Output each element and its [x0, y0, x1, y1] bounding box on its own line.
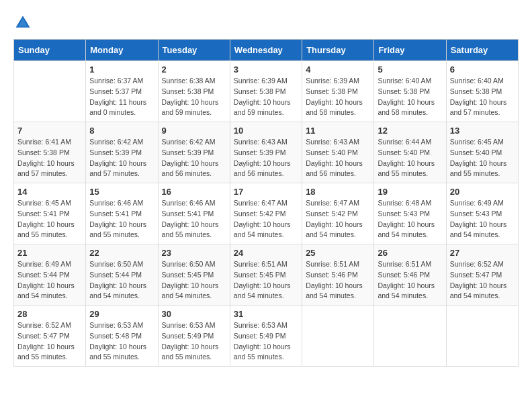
day-detail: Sunrise: 6:47 AMSunset: 5:42 PMDaylight:…: [234, 198, 298, 240]
day-detail: Sunrise: 6:53 AMSunset: 5:49 PMDaylight:…: [234, 320, 298, 363]
calendar-cell: 7Sunrise: 6:41 AMSunset: 5:38 PMDaylight…: [14, 122, 86, 183]
day-detail: Sunrise: 6:44 AMSunset: 5:40 PMDaylight:…: [378, 137, 442, 179]
day-number: 13: [450, 126, 515, 136]
day-number: 8: [89, 126, 154, 136]
logo: [13, 13, 35, 32]
calendar-week-row: 28Sunrise: 6:52 AMSunset: 5:47 PMDayligh…: [14, 306, 519, 367]
day-detail: Sunrise: 6:43 AMSunset: 5:40 PMDaylight:…: [306, 137, 370, 179]
weekday-header-thursday: Thursday: [302, 40, 374, 61]
calendar-cell: 11Sunrise: 6:43 AMSunset: 5:40 PMDayligh…: [302, 122, 374, 183]
calendar-cell: 15Sunrise: 6:46 AMSunset: 5:41 PMDayligh…: [86, 183, 158, 244]
day-number: 3: [234, 64, 298, 75]
calendar-cell: 4Sunrise: 6:39 AMSunset: 5:38 PMDaylight…: [302, 61, 374, 122]
day-detail: Sunrise: 6:39 AMSunset: 5:38 PMDaylight:…: [306, 76, 370, 118]
calendar-cell: 25Sunrise: 6:51 AMSunset: 5:46 PMDayligh…: [302, 244, 374, 306]
day-detail: Sunrise: 6:49 AMSunset: 5:43 PMDaylight:…: [450, 198, 515, 240]
day-detail: Sunrise: 6:50 AMSunset: 5:44 PMDaylight:…: [89, 259, 154, 302]
day-detail: Sunrise: 6:42 AMSunset: 5:39 PMDaylight:…: [162, 137, 226, 179]
day-number: 20: [450, 187, 515, 197]
calendar-cell: 29Sunrise: 6:53 AMSunset: 5:48 PMDayligh…: [86, 306, 158, 367]
day-number: 26: [378, 248, 442, 258]
day-detail: Sunrise: 6:52 AMSunset: 5:47 PMDaylight:…: [17, 320, 82, 363]
day-number: 29: [89, 309, 154, 319]
day-number: 4: [306, 64, 370, 75]
calendar-cell: 23Sunrise: 6:50 AMSunset: 5:45 PMDayligh…: [158, 244, 230, 306]
day-number: 30: [162, 309, 226, 319]
weekday-header-wednesday: Wednesday: [230, 40, 302, 61]
day-number: 27: [450, 248, 515, 258]
day-number: 28: [17, 309, 82, 319]
weekday-header-tuesday: Tuesday: [158, 40, 230, 61]
day-number: 12: [378, 126, 442, 136]
day-detail: Sunrise: 6:45 AMSunset: 5:41 PMDaylight:…: [17, 198, 82, 240]
calendar-cell: 5Sunrise: 6:40 AMSunset: 5:38 PMDaylight…: [374, 61, 446, 122]
weekday-header-sunday: Sunday: [14, 40, 86, 61]
day-detail: Sunrise: 6:51 AMSunset: 5:46 PMDaylight:…: [378, 259, 442, 302]
calendar-cell: 17Sunrise: 6:47 AMSunset: 5:42 PMDayligh…: [230, 183, 302, 244]
day-number: 16: [162, 187, 226, 197]
calendar-cell: 16Sunrise: 6:46 AMSunset: 5:41 PMDayligh…: [158, 183, 230, 244]
calendar-header: SundayMondayTuesdayWednesdayThursdayFrid…: [14, 40, 519, 61]
day-detail: Sunrise: 6:46 AMSunset: 5:41 PMDaylight:…: [89, 198, 154, 240]
calendar-cell: [14, 61, 86, 122]
day-number: 17: [234, 187, 298, 197]
calendar-cell: 3Sunrise: 6:39 AMSunset: 5:38 PMDaylight…: [230, 61, 302, 122]
day-number: 22: [89, 248, 154, 258]
day-detail: Sunrise: 6:53 AMSunset: 5:48 PMDaylight:…: [89, 320, 154, 363]
weekday-header-saturday: Saturday: [446, 40, 518, 61]
day-number: 19: [378, 187, 442, 197]
day-number: 24: [234, 248, 298, 258]
day-detail: Sunrise: 6:49 AMSunset: 5:44 PMDaylight:…: [17, 259, 82, 302]
day-number: 21: [17, 248, 82, 258]
day-detail: Sunrise: 6:51 AMSunset: 5:46 PMDaylight:…: [306, 259, 370, 302]
day-detail: Sunrise: 6:52 AMSunset: 5:47 PMDaylight:…: [450, 259, 515, 302]
day-number: 1: [89, 64, 154, 75]
calendar-cell: 2Sunrise: 6:38 AMSunset: 5:38 PMDaylight…: [158, 61, 230, 122]
day-number: 11: [306, 126, 370, 136]
calendar-cell: 1Sunrise: 6:37 AMSunset: 5:37 PMDaylight…: [86, 61, 158, 122]
calendar-cell: 20Sunrise: 6:49 AMSunset: 5:43 PMDayligh…: [446, 183, 518, 244]
day-detail: Sunrise: 6:53 AMSunset: 5:49 PMDaylight:…: [162, 320, 226, 363]
calendar-cell: 10Sunrise: 6:43 AMSunset: 5:39 PMDayligh…: [230, 122, 302, 183]
calendar-cell: 6Sunrise: 6:40 AMSunset: 5:38 PMDaylight…: [446, 61, 518, 122]
day-number: 14: [17, 187, 82, 197]
calendar-cell: 24Sunrise: 6:51 AMSunset: 5:45 PMDayligh…: [230, 244, 302, 306]
day-number: 31: [234, 309, 298, 319]
day-detail: Sunrise: 6:38 AMSunset: 5:38 PMDaylight:…: [162, 76, 226, 118]
calendar-body: 1Sunrise: 6:37 AMSunset: 5:37 PMDaylight…: [14, 61, 519, 367]
day-number: 10: [234, 126, 298, 136]
day-detail: Sunrise: 6:42 AMSunset: 5:39 PMDaylight:…: [89, 137, 154, 179]
calendar-week-row: 21Sunrise: 6:49 AMSunset: 5:44 PMDayligh…: [14, 244, 519, 306]
day-number: 9: [162, 126, 226, 136]
day-detail: Sunrise: 6:39 AMSunset: 5:38 PMDaylight:…: [234, 76, 298, 118]
calendar-cell: 18Sunrise: 6:47 AMSunset: 5:42 PMDayligh…: [302, 183, 374, 244]
calendar-cell: 26Sunrise: 6:51 AMSunset: 5:46 PMDayligh…: [374, 244, 446, 306]
calendar-week-row: 7Sunrise: 6:41 AMSunset: 5:38 PMDaylight…: [14, 122, 519, 183]
calendar-cell: 12Sunrise: 6:44 AMSunset: 5:40 PMDayligh…: [374, 122, 446, 183]
day-detail: Sunrise: 6:48 AMSunset: 5:43 PMDaylight:…: [378, 198, 442, 240]
calendar-cell: [446, 306, 518, 367]
calendar-cell: 19Sunrise: 6:48 AMSunset: 5:43 PMDayligh…: [374, 183, 446, 244]
logo-icon: [13, 13, 32, 32]
calendar-cell: [374, 306, 446, 367]
day-detail: Sunrise: 6:51 AMSunset: 5:45 PMDaylight:…: [234, 259, 298, 302]
page-header: [13, 13, 519, 32]
day-number: 7: [17, 126, 82, 136]
day-detail: Sunrise: 6:47 AMSunset: 5:42 PMDaylight:…: [306, 198, 370, 240]
calendar-cell: 9Sunrise: 6:42 AMSunset: 5:39 PMDaylight…: [158, 122, 230, 183]
calendar-cell: 21Sunrise: 6:49 AMSunset: 5:44 PMDayligh…: [14, 244, 86, 306]
calendar-cell: 8Sunrise: 6:42 AMSunset: 5:39 PMDaylight…: [86, 122, 158, 183]
calendar-cell: 27Sunrise: 6:52 AMSunset: 5:47 PMDayligh…: [446, 244, 518, 306]
calendar-cell: 22Sunrise: 6:50 AMSunset: 5:44 PMDayligh…: [86, 244, 158, 306]
weekday-header-monday: Monday: [86, 40, 158, 61]
day-detail: Sunrise: 6:50 AMSunset: 5:45 PMDaylight:…: [162, 259, 226, 302]
calendar-week-row: 14Sunrise: 6:45 AMSunset: 5:41 PMDayligh…: [14, 183, 519, 244]
calendar-cell: 13Sunrise: 6:45 AMSunset: 5:40 PMDayligh…: [446, 122, 518, 183]
weekday-header-row: SundayMondayTuesdayWednesdayThursdayFrid…: [14, 40, 519, 61]
day-number: 25: [306, 248, 370, 258]
day-detail: Sunrise: 6:41 AMSunset: 5:38 PMDaylight:…: [17, 137, 82, 179]
calendar-table: SundayMondayTuesdayWednesdayThursdayFrid…: [13, 39, 519, 367]
calendar-cell: 28Sunrise: 6:52 AMSunset: 5:47 PMDayligh…: [14, 306, 86, 367]
day-detail: Sunrise: 6:43 AMSunset: 5:39 PMDaylight:…: [234, 137, 298, 179]
day-number: 23: [162, 248, 226, 258]
